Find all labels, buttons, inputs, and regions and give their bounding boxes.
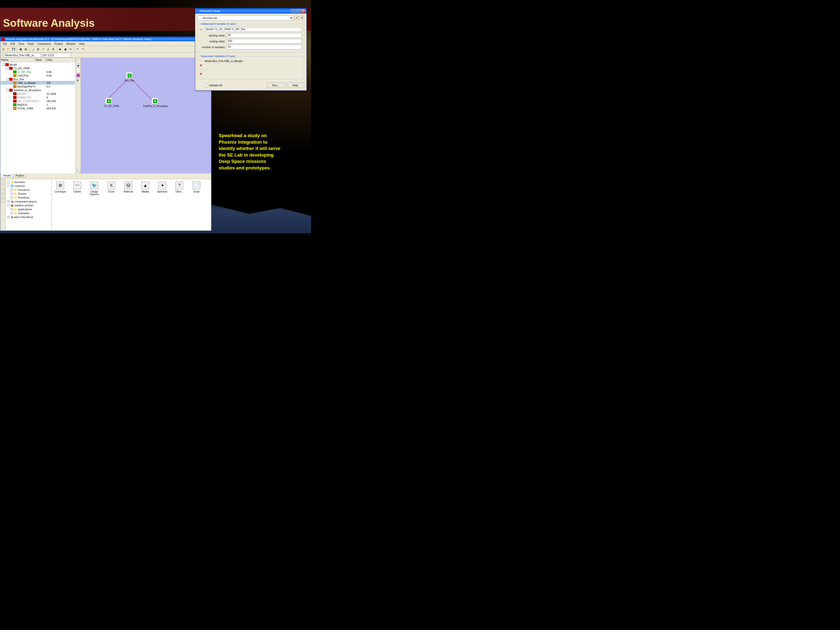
side-icon[interactable] — [1, 189, 5, 193]
add-favorite-icon[interactable]: ✹ — [294, 16, 299, 20]
server-tree-row[interactable]: +🔌component plug-in: — [6, 199, 51, 204]
toolbar-icon[interactable]: ⏹ — [63, 47, 68, 52]
validate-checkbox-input[interactable] — [205, 84, 208, 87]
palette-item[interactable]: 〰Darwin — [71, 182, 84, 193]
expand-icon[interactable]: + — [11, 212, 13, 215]
node-tx-dc-pwr[interactable]: X TX_DC_PWR — [104, 98, 114, 107]
expand-icon[interactable]: + — [11, 196, 13, 199]
side-icon[interactable] — [1, 194, 5, 198]
expand-icon[interactable]: + — [7, 200, 10, 203]
toolbar-icon[interactable]: ⧉ — [51, 47, 55, 52]
expand-icon[interactable]: - — [6, 78, 9, 81]
palette-item[interactable]: XExcel — [105, 182, 117, 193]
palette-item[interactable]: 🐦Design Explorer — [88, 182, 100, 196]
chart-icon[interactable]: 📊 — [31, 47, 35, 52]
tree-row[interactable]: -Bus_Pwr — [1, 77, 75, 81]
tree-row[interactable]: Tx_RF_Pwr0.00 — [1, 70, 75, 74]
palette-item[interactable]: ⓂMathcad — [122, 182, 134, 193]
remove-var-icon[interactable]: ✖ — [200, 64, 205, 67]
toolbar-icon[interactable]: ⊞ — [36, 47, 40, 52]
toolbar-icon[interactable]: ↻ — [68, 47, 73, 52]
toolbar-icon[interactable]: ▤ — [24, 47, 28, 52]
expand-icon[interactable]: - — [7, 185, 10, 187]
server-tree-row[interactable]: +📁Drivers — [6, 192, 51, 196]
menu-file[interactable]: File — [1, 42, 8, 46]
minimize-icon[interactable]: _ — [291, 9, 295, 13]
palette-item[interactable]: ⚙Converger — [54, 182, 66, 193]
tree-row[interactable]: CBE_w_Margin297 — [1, 81, 75, 85]
tab-model[interactable]: Model — [1, 174, 13, 178]
menu-help[interactable]: Help — [77, 42, 86, 46]
expand-icon[interactable]: - — [6, 67, 9, 69]
menu-project[interactable]: Project — [53, 42, 64, 46]
tree-row[interactable]: TOTAL_PWR594.425 — [1, 106, 75, 110]
tree-row[interactable]: ARRAY22.2444 — [1, 92, 75, 96]
tree-row[interactable]: -Model — [1, 63, 75, 66]
toolbar-icon[interactable]: ↗ — [41, 47, 45, 52]
side-icon[interactable] — [1, 185, 5, 189]
tree-row[interactable]: -TotalPwr_to_ArrayArea — [1, 88, 75, 92]
run-icon[interactable]: 人 — [46, 47, 50, 52]
add-output-icon[interactable]: ○→ — [200, 68, 205, 71]
expand-icon[interactable]: + — [11, 193, 13, 195]
server-tree-row[interactable]: -📦solution archive: — [6, 204, 51, 207]
tab-project[interactable]: Project — [13, 174, 26, 178]
server-tree[interactable]: -⭐favorites:-🌐common:+📁Functions+📁Driver… — [6, 179, 52, 230]
server-tree-row[interactable]: -⭐favorites: — [6, 180, 51, 184]
close-icon[interactable]: ✕ — [301, 9, 305, 13]
help-button[interactable]: Help — [287, 83, 304, 88]
undo-icon[interactable]: ↶ — [75, 47, 80, 52]
tool-icon[interactable]: ● — [76, 73, 80, 77]
start-value-field[interactable]: 30 — [227, 33, 302, 38]
menu-component[interactable]: Component — [36, 42, 52, 46]
server-tree-row[interactable]: +📁Functions — [6, 188, 51, 192]
mc-titlebar[interactable]: Phoenix Integration ModelCenter 6.1 - [C… — [0, 37, 211, 41]
expand-icon[interactable]: - — [7, 181, 10, 183]
model-canvas[interactable]: X Bus_Pwr X TX_DC_PWR X TotalPwr_to_Arra… — [81, 58, 211, 174]
pointer-icon[interactable]: ↖ — [76, 59, 80, 63]
toolbar-icon[interactable]: ▶ — [58, 47, 62, 52]
col-units[interactable]: Units — [45, 58, 75, 62]
palette-item[interactable]: ▲Matlab — [139, 182, 152, 193]
path-field[interactable] — [5, 53, 41, 57]
menu-view[interactable]: View — [17, 42, 26, 46]
expand-icon[interactable]: + — [11, 189, 13, 191]
toolbar-icon[interactable]: ▦ — [19, 47, 23, 52]
save-icon[interactable]: 💾 — [11, 47, 16, 52]
col-value[interactable]: Value — [34, 58, 45, 62]
expand-icon[interactable]: - — [7, 204, 10, 207]
path-value-field[interactable] — [42, 53, 71, 57]
indep-var-field[interactable]: Model.TX_DC_PWR.Tx_RF_Pwr — [205, 27, 302, 32]
tool-icon[interactable]: ▦ — [76, 64, 80, 68]
menu-window[interactable]: Window — [65, 42, 77, 46]
node-total-pwr[interactable]: X TotalPwr_to_ArrayArea — [143, 98, 167, 107]
output-var-icon[interactable]: ⇢ — [200, 60, 205, 63]
new-icon[interactable]: 🗋 — [1, 47, 6, 52]
menu-edit[interactable]: Edit — [9, 42, 17, 46]
ps-titlebar[interactable]: ⤢ Parametric Study _ □ ✕ — [195, 8, 306, 14]
samples-field[interactable]: 10 — [227, 45, 302, 49]
end-value-field[interactable]: 250 — [227, 39, 302, 44]
expand-icon[interactable]: + — [11, 208, 13, 211]
run-button[interactable]: Run... — [267, 83, 284, 88]
expand-icon[interactable]: - — [2, 63, 5, 66]
favorites-dropdown[interactable]: - - favorites list - - — [197, 16, 294, 21]
tree-row[interactable]: -TX_DC_PWR — [1, 66, 75, 70]
zoom-icon[interactable]: 🔍 — [76, 170, 80, 174]
maximize-icon[interactable]: □ — [296, 9, 300, 13]
expand-icon[interactable]: + — [7, 216, 10, 218]
tree-body[interactable]: -Model-TX_DC_PWRTx_RF_Pwr0.00TxDCPwr0.00… — [0, 62, 75, 174]
validate-all-checkbox[interactable]: Validate All — [205, 84, 222, 87]
menu-tools[interactable]: Tools — [26, 42, 35, 46]
tree-row[interactable]: FIX_CONSTANTS240.502 — [1, 99, 75, 103]
tree-row[interactable]: DIAMETER9 — [1, 96, 75, 99]
palette-item[interactable]: 📄Script — [190, 182, 202, 193]
input-var-icon[interactable]: ⇢ — [200, 28, 204, 32]
server-tree-row[interactable]: +📁applications — [6, 207, 51, 211]
remove-favorite-icon[interactable]: ✕ — [300, 16, 304, 20]
redo-icon[interactable]: ↷ — [81, 47, 85, 52]
open-icon[interactable]: 📂 — [6, 47, 11, 52]
server-tree-row[interactable]: +📁examples — [6, 211, 51, 215]
tree-row[interactable]: TxDCPwr0.00 — [1, 74, 75, 77]
col-name[interactable]: Name — [0, 58, 34, 62]
